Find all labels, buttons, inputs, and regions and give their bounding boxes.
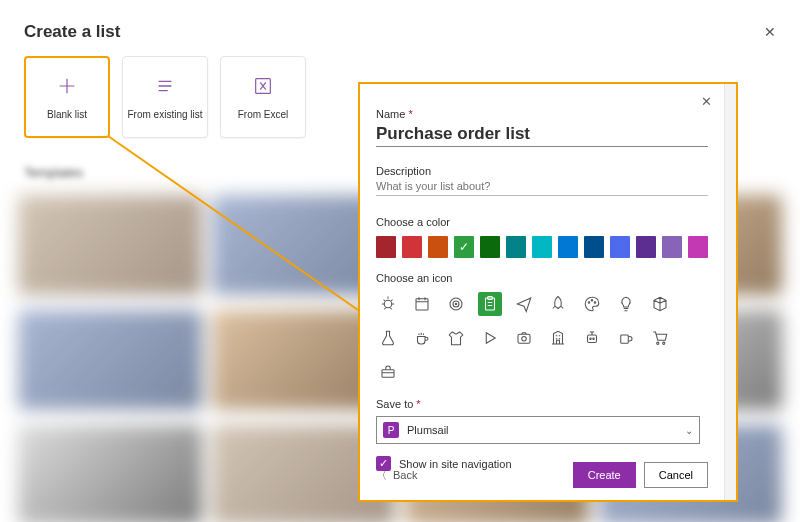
icon-grid [376,292,696,384]
target-icon[interactable] [444,292,468,316]
rocket-icon[interactable] [546,292,570,316]
flask-icon[interactable] [376,326,400,350]
svg-rect-21 [382,370,394,378]
svg-point-17 [593,338,595,340]
calendar-icon[interactable] [410,292,434,316]
panel-close-icon[interactable]: ✕ [701,94,712,109]
coffee-cup-icon[interactable] [410,326,434,350]
choose-color-label: Choose a color [376,216,708,228]
color-swatch[interactable] [610,236,630,258]
name-label: Name [376,108,708,120]
svg-rect-4 [416,299,428,310]
color-swatch[interactable] [662,236,682,258]
choose-icon-label: Choose an icon [376,272,708,284]
camera-icon[interactable] [512,326,536,350]
site-badge: P [383,422,399,438]
save-to-label: Save to [376,398,708,410]
chevron-left-icon: 〈 [376,468,387,483]
close-icon[interactable]: ✕ [764,24,776,40]
card-from-excel[interactable]: From Excel [220,56,306,138]
page-title: Create a list [24,22,120,42]
svg-point-7 [455,303,457,305]
card-label: From existing list [127,109,202,120]
cube-icon[interactable] [648,292,672,316]
color-swatch[interactable]: ✓ [454,236,474,258]
svg-point-12 [594,302,596,304]
cart-icon[interactable] [648,326,672,350]
bug-icon[interactable] [376,292,400,316]
toolbox-icon[interactable] [376,360,400,384]
card-label: From Excel [238,109,289,120]
clipboard-icon[interactable] [478,292,502,316]
name-input[interactable] [376,120,708,147]
color-swatches: ✓ [376,236,708,258]
card-label: Blank list [47,109,87,120]
svg-point-5 [450,298,462,310]
color-swatch[interactable] [558,236,578,258]
list-icon [154,75,176,97]
svg-rect-18 [621,335,629,343]
description-label: Description [376,165,708,177]
color-swatch[interactable] [376,236,396,258]
svg-point-20 [663,342,665,344]
shirt-icon[interactable] [444,326,468,350]
svg-point-16 [590,338,592,340]
create-list-panel: ✕ Name Description Choose a color ✓ Choo… [358,82,738,502]
panel-scrollbar[interactable] [724,84,736,500]
color-swatch[interactable] [506,236,526,258]
building-icon[interactable] [546,326,570,350]
palette-icon[interactable] [580,292,604,316]
svg-rect-13 [518,334,530,343]
plane-icon[interactable] [512,292,536,316]
color-swatch[interactable] [402,236,422,258]
color-swatch[interactable] [636,236,656,258]
create-button[interactable]: Create [573,462,636,488]
card-from-existing[interactable]: From existing list [122,56,208,138]
excel-icon [252,75,274,97]
svg-point-11 [591,300,593,302]
save-to-select[interactable]: P Plumsail ⌄ [376,416,700,444]
robot-icon[interactable] [580,326,604,350]
color-swatch[interactable] [428,236,448,258]
back-button[interactable]: 〈 Back [376,468,417,483]
chevron-down-icon: ⌄ [685,425,693,436]
templates-heading: Templates [24,165,83,180]
color-swatch[interactable] [584,236,604,258]
lightbulb-icon[interactable] [614,292,638,316]
svg-point-14 [522,337,527,342]
mug-icon[interactable] [614,326,638,350]
svg-point-19 [657,342,659,344]
svg-point-3 [384,300,392,308]
svg-point-10 [588,302,590,304]
play-icon[interactable] [478,326,502,350]
card-blank-list[interactable]: Blank list [24,56,110,138]
color-swatch[interactable] [688,236,708,258]
color-swatch[interactable] [480,236,500,258]
svg-rect-15 [588,335,597,343]
color-swatch[interactable] [532,236,552,258]
svg-point-6 [453,301,459,307]
save-to-value: Plumsail [407,424,449,436]
cancel-button[interactable]: Cancel [644,462,708,488]
back-label: Back [393,469,417,481]
description-input[interactable] [376,177,708,196]
plus-icon [56,75,78,97]
